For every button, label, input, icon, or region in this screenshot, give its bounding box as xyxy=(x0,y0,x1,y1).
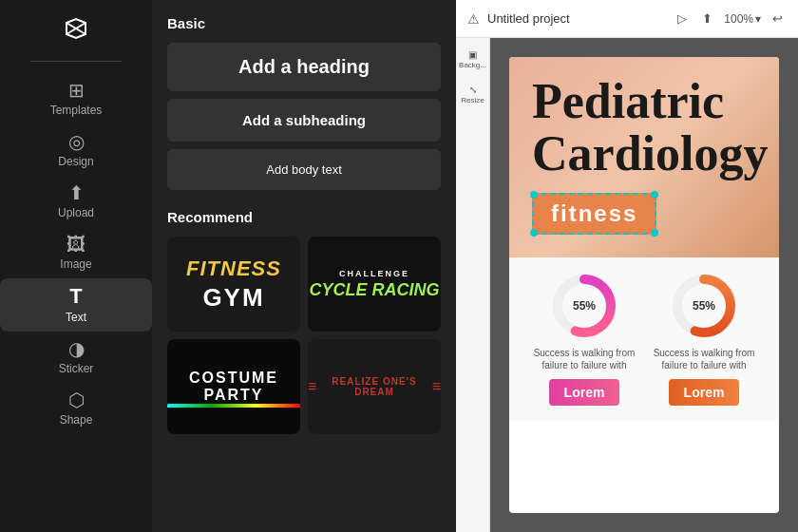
donut-chart-2: 55% xyxy=(671,273,737,339)
undo-btn[interactable]: ↩ xyxy=(769,10,787,28)
warning-icon: ⚠ xyxy=(467,11,480,27)
sidebar-item-sticker[interactable]: ◑ Sticker xyxy=(0,332,152,383)
canvas-topbar: ⚠ Untitled project ▷ ⬆ 100% ▾ ↩ xyxy=(456,0,798,38)
design-icon: ◎ xyxy=(68,132,85,151)
text-icon: T xyxy=(69,286,82,307)
recommend-grid: FITNESS GYM CHALLENGE CYCLE RACING COSTU… xyxy=(167,237,441,434)
svg-text:55%: 55% xyxy=(693,299,715,313)
cycle-racing-text: CYCLE RACING xyxy=(309,280,439,300)
donut-desc-2: Success is walking from failure to failu… xyxy=(644,347,764,371)
page-heading[interactable]: Pediatric Cardiology xyxy=(532,76,756,180)
sidebar: ⊞ Templates ◎ Design ⬆ Upload 🖼 Image T … xyxy=(0,0,152,532)
templates-icon: ⊞ xyxy=(68,81,85,100)
zoom-control[interactable]: 100% ▾ xyxy=(724,12,761,26)
canvas-workspace: ▣ Backg... ⤡ Resize Pediatric Cardiology… xyxy=(456,38,798,532)
corner-handle-tr[interactable] xyxy=(651,191,658,199)
recommend-card-costume[interactable]: COSTUME PARTY xyxy=(167,339,300,434)
corner-handle-tl[interactable] xyxy=(530,191,538,199)
cycle-challenge-label: CHALLENGE xyxy=(339,269,409,278)
donut-card-1: 55% Success is walking from failure to f… xyxy=(524,273,644,406)
resize-icon: ⤡ xyxy=(469,85,477,95)
add-subheading-button[interactable]: Add a subheading xyxy=(167,99,441,142)
sidebar-item-sticker-label: Sticker xyxy=(59,362,94,375)
sidebar-item-image-label: Image xyxy=(60,257,91,271)
page-top-section: Pediatric Cardiology fitness xyxy=(509,57,779,257)
fitness-line2: GYM xyxy=(202,283,264,313)
canvas-content: Pediatric Cardiology fitness xyxy=(490,38,798,532)
resize-tool[interactable]: ⤡ Resize xyxy=(460,81,486,108)
sidebar-item-shape[interactable]: ⬡ Shape xyxy=(0,383,152,434)
sidebar-item-upload[interactable]: ⬆ Upload xyxy=(0,176,152,227)
sidebar-item-design[interactable]: ◎ Design xyxy=(0,124,152,176)
basic-section-title: Basic xyxy=(167,15,441,31)
sticker-icon: ◑ xyxy=(68,339,85,358)
project-title[interactable]: Untitled project xyxy=(487,11,570,26)
sidebar-divider xyxy=(30,61,122,62)
donut-chart-1: 55% xyxy=(551,273,618,339)
shape-icon: ⬡ xyxy=(68,390,85,409)
canvas-area: ⚠ Untitled project ▷ ⬆ 100% ▾ ↩ ▣ Backg.… xyxy=(456,0,798,532)
image-icon: 🖼 xyxy=(66,235,86,254)
share-btn[interactable]: ⬆ xyxy=(698,10,716,28)
recommend-card-fitness[interactable]: FITNESS GYM xyxy=(167,237,300,332)
app-logo xyxy=(59,11,93,46)
add-heading-button[interactable]: Add a heading xyxy=(167,43,441,91)
sidebar-item-templates[interactable]: ⊞ Templates xyxy=(0,73,152,124)
recommend-section-title: Recommend xyxy=(167,209,441,225)
recommend-card-cycle[interactable]: CHALLENGE CYCLE RACING xyxy=(308,237,441,332)
page-subheading-box[interactable]: fitness xyxy=(532,193,656,235)
donut-desc-1: Success is walking from failure to failu… xyxy=(524,347,644,371)
recommend-card-realize[interactable]: ≡ REALIZE ONE'S DREAM ≡ xyxy=(308,339,441,434)
lorem-btn-1[interactable]: Lorem xyxy=(549,379,620,406)
text-panel: Basic Add a heading Add a subheading Add… xyxy=(152,0,456,532)
sidebar-item-text[interactable]: T Text xyxy=(0,278,152,332)
sidebar-item-shape-label: Shape xyxy=(60,413,93,427)
sidebar-item-text-label: Text xyxy=(66,311,86,324)
background-tool[interactable]: ▣ Backg... xyxy=(460,46,486,73)
svg-text:55%: 55% xyxy=(573,299,596,313)
page-bottom-section: 55% Success is walking from failure to f… xyxy=(509,257,779,421)
canvas-page: Pediatric Cardiology fitness xyxy=(509,57,779,513)
donut-card-2: 55% Success is walking from failure to f… xyxy=(644,273,764,406)
lorem-btn-2[interactable]: Lorem xyxy=(669,379,740,406)
fitness-line1: FITNESS xyxy=(186,256,281,281)
realize-text: REALIZE ONE'S DREAM xyxy=(320,376,428,397)
play-btn[interactable]: ▷ xyxy=(674,10,691,28)
sidebar-item-design-label: Design xyxy=(58,155,93,168)
background-icon: ▣ xyxy=(468,49,477,60)
add-body-text-button[interactable]: Add body text xyxy=(167,149,441,190)
upload-icon: ⬆ xyxy=(68,183,85,202)
canvas-controls: ▷ ⬆ 100% ▾ ↩ xyxy=(674,10,787,28)
canvas-mini-toolbar: ▣ Backg... ⤡ Resize xyxy=(456,38,490,532)
sidebar-item-upload-label: Upload xyxy=(58,206,94,219)
corner-handle-br[interactable] xyxy=(651,229,658,237)
sidebar-item-templates-label: Templates xyxy=(50,104,103,117)
corner-handle-bl[interactable] xyxy=(530,229,538,237)
sidebar-item-image[interactable]: 🖼 Image xyxy=(0,227,152,278)
page-subheading-text: fitness xyxy=(551,200,637,226)
costume-text: COSTUME PARTY xyxy=(167,370,300,404)
